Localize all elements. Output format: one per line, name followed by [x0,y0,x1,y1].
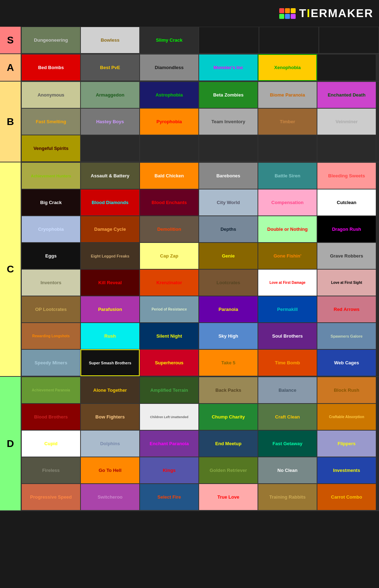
cell-blood-enchants[interactable]: Blood Enchants [140,189,199,216]
cell-parafusion[interactable]: Parafusion [81,296,140,323]
cell-fast-getaway[interactable]: Fast Getaway [258,430,317,457]
cell-carrot-combo[interactable]: Carrot Combo [317,484,376,510]
cell-fireless[interactable]: Fireless [21,457,81,484]
cell-lootcrates[interactable]: Lootcrates [199,269,258,296]
cell-eight-legged-freaks[interactable]: Eight Legged Freaks [81,243,140,269]
cell-block-rush[interactable]: Block Rush [317,377,376,404]
cell-soul-brothers[interactable]: Soul Brothers [258,323,317,349]
tier-row-d: D Achievement Paranoia Alone Together Am… [0,377,379,511]
cell-enchant-paranoia[interactable]: Enchant Paranoia [140,430,199,457]
cell-true-love[interactable]: True Love [199,484,258,510]
cell-period-of-resistance[interactable]: Period of Resistance [140,296,199,323]
cell-astrophobia[interactable]: Astrophobia [140,82,199,108]
cell-spawners-galore[interactable]: Spawners Galore [317,323,376,349]
cell-battle-siren[interactable]: Battle Siren [258,162,317,189]
cell-time-bomb[interactable]: Time Bomb [258,349,317,376]
cell-kill-reveal[interactable]: Kill Reveal [81,269,140,296]
cell-diamondless[interactable]: Diamondless [140,54,199,81]
cell-progressive-speed[interactable]: Progressive Speed [21,484,81,510]
cell-monsters-inc[interactable]: Monster's Inc [199,54,258,81]
cell-eggs[interactable]: Eggs [21,243,81,269]
cell-speedy-miners[interactable]: Speedy Miners [21,349,81,376]
cell-go-to-hell[interactable]: Go To Hell [81,457,140,484]
cell-take-5[interactable]: Take 5 [199,349,258,376]
cell-bowless[interactable]: Bowless [81,27,140,53]
cell-investments[interactable]: Investments [317,457,376,484]
cell-blood-diamonds[interactable]: Blood Diamonds [81,189,140,216]
cell-craftable-absorption[interactable]: Craftable Absorption [317,404,376,430]
cell-super-smash-brothers[interactable]: Super Smash Brothers [81,349,140,376]
cell-enchanted-death[interactable]: Enchanted Death [317,82,376,108]
cell-sky-high[interactable]: Sky High [199,323,258,349]
cell-balance[interactable]: Balance [258,377,317,404]
cell-city-world[interactable]: City World [199,189,258,216]
cell-cap-zap[interactable]: Cap Zap [140,243,199,269]
cell-team-inventory[interactable]: Team Inventory [199,108,258,135]
cell-blood-brothers[interactable]: Blood Brothers [21,404,81,430]
cell-silent-night[interactable]: Silent Night [140,323,199,349]
cell-assault-battery[interactable]: Assault & Battery [81,162,140,189]
cell-krenzinator[interactable]: Krenzinator [140,269,199,296]
cell-veinminer[interactable]: Veinminer [317,108,376,135]
cell-training-rabbits[interactable]: Training Rabbits [258,484,317,510]
cell-compensation[interactable]: Compensation [258,189,317,216]
cell-vengeful-spirits[interactable]: Vengeful Spirits [21,135,81,162]
cell-no-clean[interactable]: No Clean [258,457,317,484]
cell-cutclean[interactable]: Cutclean [317,189,376,216]
cell-superherous[interactable]: Superherous [140,349,199,376]
cell-love-at-first-damage[interactable]: Love at First Damage [258,269,317,296]
cell-damage-cycle[interactable]: Damage Cycle [81,216,140,243]
cell-red-arrows[interactable]: Red Arrows [317,296,376,323]
cell-xenophobia[interactable]: Xenophobia [258,54,317,81]
cell-gone-fishin[interactable]: Gone Fishin' [258,243,317,269]
cell-craft-clean[interactable]: Craft Clean [258,404,317,430]
cell-slimy-crack[interactable]: Slimy Crack [140,27,199,53]
cell-cupid[interactable]: Cupid [21,430,81,457]
cell-chump-charity[interactable]: Chump Charity [199,404,258,430]
cell-back-packs[interactable]: Back Packs [199,377,258,404]
cell-select-fire[interactable]: Select Fire [140,484,199,510]
cell-grave-robbers[interactable]: Grave Robbers [317,243,376,269]
cell-children-left-unattended[interactable]: Children Left Unattended [140,404,199,430]
cell-cryophobia[interactable]: Cryophobia [21,216,81,243]
cell-best-pve[interactable]: Best PvE [81,54,140,81]
cell-paranoia[interactable]: Paranoia [199,296,258,323]
cell-genie[interactable]: Genie [199,243,258,269]
cell-dolphins[interactable]: Dolphins [81,430,140,457]
cell-flippers[interactable]: Flippers [317,430,376,457]
cell-rush[interactable]: Rush [81,323,140,349]
cell-golden-retriever[interactable]: Golden Retriever [199,457,258,484]
cell-love-at-first-sight[interactable]: Love at First Sight [317,269,376,296]
cell-inventors[interactable]: Inventors [21,269,81,296]
cell-end-meetup[interactable]: End Meetup [199,430,258,457]
cell-bed-bombs[interactable]: Bed Bombs [21,54,81,81]
cell-depths[interactable]: Depths [199,216,258,243]
cell-pyrophobia[interactable]: Pyrophobia [140,108,199,135]
cell-timber[interactable]: Timber [258,108,317,135]
cell-bald-chicken[interactable]: Bald Chicken [140,162,199,189]
cell-fast-smelting[interactable]: Fast Smelting [21,108,81,135]
cell-op-lootcrates[interactable]: OP Lootcrates [21,296,81,323]
cell-dragon-rush[interactable]: Dragon Rush [317,216,376,243]
cell-demolition[interactable]: Demolition [140,216,199,243]
cell-bleeding-sweets[interactable]: Bleeding Sweets [317,162,376,189]
cell-achievement-hunters[interactable]: Achievement Hunters [21,162,81,189]
cell-double-or-nothing[interactable]: Double or Nothing [258,216,317,243]
cell-achievement-paranoia[interactable]: Achievement Paranoia [21,377,81,404]
cell-dungeoneering[interactable]: Dungeoneering [21,27,81,53]
cell-amplified-terrain[interactable]: Amplified Terrain [140,377,199,404]
cell-biome-paranoia[interactable]: Biome Paranoia [258,82,317,108]
cell-hastey-boys[interactable]: Hastey Boys [81,108,140,135]
cell-beta-zombies[interactable]: Beta Zombies [199,82,258,108]
cell-anonymous[interactable]: Anonymous [21,82,81,108]
cell-switcheroo[interactable]: Switcheroo [81,484,140,510]
cell-permakill[interactable]: Permakill [258,296,317,323]
cell-kings[interactable]: Kings [140,457,199,484]
cell-bow-fighters[interactable]: Bow Fighters [81,404,140,430]
cell-barebones[interactable]: Barebones [199,162,258,189]
cell-rewarding-longshots[interactable]: Rewarding Longshots [21,323,81,349]
cell-web-cages[interactable]: Web Cages [317,349,376,376]
cell-armaggedon[interactable]: Armaggedon [81,82,140,108]
cell-big-crack[interactable]: Big Crack [21,189,81,216]
cell-alone-together[interactable]: Alone Together [81,377,140,404]
